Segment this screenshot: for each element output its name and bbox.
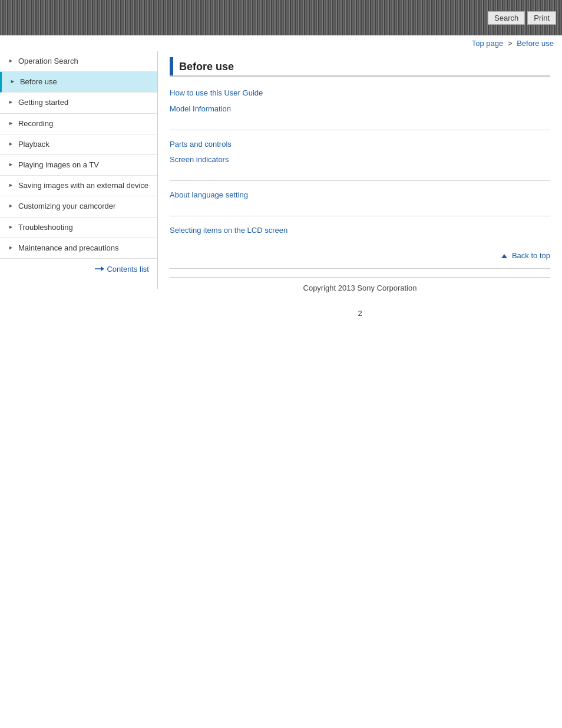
copyright-text: Copyright 2013 Sony Corporation: [303, 284, 417, 292]
chevron-right-icon: ►: [8, 98, 14, 106]
back-to-top-link[interactable]: Back to top: [501, 251, 550, 260]
sidebar-item-label: Troubleshooting: [18, 222, 151, 233]
chevron-right-icon: ►: [8, 140, 14, 148]
sidebar-item-label: Saving images with an external device: [18, 180, 151, 191]
arrow-right-icon: [95, 266, 104, 272]
sidebar-item-label: Recording: [18, 118, 151, 129]
sidebar-item-playing-images-tv[interactable]: ► Playing images on a TV: [0, 155, 157, 176]
breadcrumb-current[interactable]: Before use: [517, 39, 554, 48]
chevron-right-icon: ►: [8, 161, 14, 169]
header: Search Print: [0, 0, 562, 35]
link-selecting-items-lcd[interactable]: Selecting items on the LCD screen: [170, 225, 550, 237]
divider-footer: [170, 268, 550, 269]
breadcrumb-top-page[interactable]: Top page: [472, 39, 504, 48]
back-to-top-row: Back to top: [170, 251, 550, 260]
footer: Copyright 2013 Sony Corporation: [170, 277, 550, 304]
contents-list-link[interactable]: Contents list: [0, 259, 157, 277]
chevron-right-icon: ►: [8, 57, 14, 65]
header-button-group: Search Print: [488, 11, 556, 25]
content-section-1: How to use this User Guide Model Informa…: [170, 87, 550, 116]
triangle-up-icon: [501, 254, 507, 258]
chevron-right-icon: ►: [8, 182, 14, 189]
divider-2: [170, 180, 550, 181]
sidebar-item-before-use[interactable]: ► Before use: [0, 72, 157, 93]
breadcrumb: Top page > Before use: [0, 35, 562, 51]
link-about-language-setting[interactable]: About language setting: [170, 189, 550, 202]
page-layout: ► Operation Search ► Before use ► Gettin…: [0, 51, 562, 334]
link-parts-controls[interactable]: Parts and controls: [170, 139, 550, 151]
svg-marker-1: [101, 266, 104, 271]
page-title: Before use: [179, 57, 234, 75]
divider-3: [170, 216, 550, 216]
main-content: Before use How to use this User Guide Mo…: [158, 51, 562, 334]
chevron-right-icon: ►: [8, 202, 14, 210]
contents-list-label: Contents list: [107, 265, 149, 274]
sidebar-item-operation-search[interactable]: ► Operation Search: [0, 51, 157, 72]
sidebar-item-maintenance-precautions[interactable]: ► Maintenance and precautions: [0, 238, 157, 259]
sidebar-item-label: Playing images on a TV: [18, 160, 151, 170]
sidebar: ► Operation Search ► Before use ► Gettin…: [0, 51, 158, 289]
chevron-right-icon: ►: [10, 78, 15, 85]
link-screen-indicators[interactable]: Screen indicators: [170, 154, 550, 166]
page-title-bar: Before use: [170, 57, 550, 77]
content-section-3: About language setting: [170, 189, 550, 202]
sidebar-item-label: Before use: [20, 77, 151, 87]
sidebar-item-label: Operation Search: [18, 56, 151, 67]
page-number: 2: [170, 304, 550, 322]
sidebar-item-label: Getting started: [18, 97, 151, 108]
breadcrumb-separator: >: [508, 39, 513, 48]
sidebar-item-getting-started[interactable]: ► Getting started: [0, 93, 157, 113]
chevron-right-icon: ►: [8, 223, 14, 231]
sidebar-item-troubleshooting[interactable]: ► Troubleshooting: [0, 218, 157, 238]
search-button[interactable]: Search: [488, 11, 525, 25]
sidebar-item-label: Playback: [18, 139, 151, 150]
sidebar-item-label: Maintenance and precautions: [18, 243, 151, 253]
chevron-right-icon: ►: [8, 120, 14, 127]
chevron-right-icon: ►: [8, 244, 14, 252]
sidebar-item-saving-images-external[interactable]: ► Saving images with an external device: [0, 176, 157, 196]
content-section-2: Parts and controls Screen indicators: [170, 139, 550, 167]
back-to-top-label: Back to top: [512, 251, 550, 260]
divider-1: [170, 130, 550, 130]
sidebar-item-customizing-camcorder[interactable]: ► Customizing your camcorder: [0, 196, 157, 217]
link-model-information[interactable]: Model Information: [170, 103, 550, 116]
link-how-to-use[interactable]: How to use this User Guide: [170, 87, 550, 100]
content-section-4: Selecting items on the LCD screen: [170, 225, 550, 237]
print-button[interactable]: Print: [527, 11, 556, 25]
page-title-accent: [170, 57, 173, 75]
sidebar-item-recording[interactable]: ► Recording: [0, 114, 157, 134]
sidebar-item-playback[interactable]: ► Playback: [0, 134, 157, 155]
sidebar-item-label: Customizing your camcorder: [18, 201, 151, 212]
